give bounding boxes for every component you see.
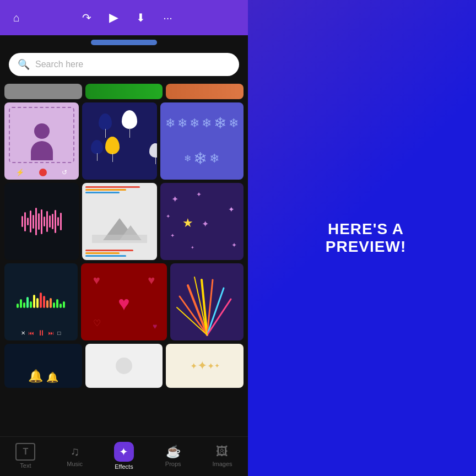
snowflake-3: ❄ — [190, 116, 199, 131]
home-icon[interactable]: ⌂ — [13, 12, 20, 24]
mountain-svg — [92, 210, 147, 243]
nav-item-text[interactable]: T Text — [15, 443, 35, 469]
sparkle-1: ✦ — [190, 361, 197, 371]
search-icon: 🔍 — [18, 58, 30, 71]
grid-cell-snowflakes[interactable]: ❄ ❄ ❄ ❄ ❄ ❄ ❄ ❄ ❄ — [160, 102, 244, 180]
grid-row-4: 🔔 🔔 ✦ ✦ ✦ ✦ — [4, 344, 244, 388]
grid-cell-soundwave[interactable] — [4, 183, 79, 260]
star-5: ✦ — [202, 219, 209, 229]
grid-cell-light[interactable] — [85, 344, 163, 388]
effects-nav-icon-box: ✦ — [114, 442, 134, 462]
star-6: ✦ — [170, 232, 175, 239]
search-placeholder: Search here — [35, 60, 83, 69]
star-1: ✦ — [171, 194, 178, 204]
grid-cell-fireworks[interactable] — [170, 263, 244, 340]
lightning-icon: ⚡ — [16, 169, 24, 176]
search-container: 🔍 Search here — [0, 47, 248, 82]
grid-cell-hearts[interactable]: ♥ ♥ ♥ ♡ ♥ — [81, 263, 167, 340]
grid-cell-dark-bells[interactable]: 🔔 🔔 — [4, 344, 82, 388]
star-2: ✦ — [196, 191, 202, 198]
phone-container: ⌂ ↷ ▶ ⬇ ··· 🔍 Search here — [0, 0, 248, 476]
sparkle-2: ✦ — [197, 359, 207, 373]
svg-rect-3 — [92, 235, 147, 243]
text-nav-icon: T — [15, 443, 35, 461]
grid-cell-stars[interactable]: ✦ ✦ ✦ ✦ ★ ✦ ✦ ✦ ✦ — [160, 183, 244, 260]
images-nav-icon: 🖼 — [216, 445, 228, 459]
player-controls: ✕ ⏮ ⏸ ⏭ □ — [21, 328, 61, 337]
grid-cell-music-player[interactable]: ✕ ⏮ ⏸ ⏭ □ — [4, 263, 78, 340]
x-icon: ✕ — [21, 330, 25, 336]
nav-item-music[interactable]: ♫ Music — [67, 445, 83, 467]
vol-icon: □ — [57, 330, 61, 336]
download-icon[interactable]: ⬇ — [136, 11, 145, 24]
refresh-icon: ↺ — [62, 169, 67, 176]
pause-icon: ⏸ — [37, 328, 45, 337]
heart-3: ♥ — [118, 292, 129, 315]
star-8: ✦ — [191, 245, 194, 250]
prev-icon: ⏮ — [29, 330, 34, 336]
notch-area — [0, 35, 248, 47]
grid-row-2: ✦ ✦ ✦ ✦ ★ ✦ ✦ ✦ ✦ — [4, 183, 244, 260]
snowflake-4: ❄ — [202, 116, 212, 131]
star-yellow: ★ — [182, 216, 193, 230]
props-nav-icon: ☕ — [166, 445, 181, 459]
light-circle — [116, 358, 132, 374]
grid-cell-balloons[interactable] — [82, 102, 156, 180]
effects-nav-icon: ✦ — [119, 445, 128, 458]
bell-1: 🔔 — [28, 369, 43, 383]
nav-label-music: Music — [67, 461, 83, 467]
music-nav-icon: ♫ — [70, 445, 79, 459]
more-icon[interactable]: ··· — [163, 12, 172, 24]
fireworks-svg — [171, 263, 243, 340]
sparkle-4: ✦ — [214, 362, 220, 370]
grid-row-1: ⚡ ↺ — [4, 102, 244, 180]
snowflake-6: ❄ — [229, 116, 239, 131]
music-bars — [17, 293, 65, 308]
preview-text: HERE'S A PREVIEW! — [289, 220, 443, 256]
grid-cell-purple-person[interactable]: ⚡ ↺ — [4, 102, 79, 180]
nav-label-text: Text — [20, 462, 31, 469]
heart-2: ♥ — [148, 273, 155, 288]
bottom-lines — [85, 250, 153, 257]
heart-4: ♡ — [93, 318, 101, 328]
nav-label-props: Props — [165, 461, 181, 467]
grid-row-3: ✕ ⏮ ⏸ ⏭ □ ♥ ♥ ♥ ♡ ♥ — [4, 263, 244, 340]
nav-label-effects: Effects — [115, 463, 133, 470]
snowflake-1: ❄ — [165, 116, 175, 131]
partial-row — [4, 84, 244, 99]
snowflake-2: ❄ — [177, 116, 187, 131]
next-icon: ⏭ — [48, 330, 54, 336]
play-icon[interactable]: ▶ — [109, 10, 118, 25]
star-4: ✦ — [228, 205, 235, 214]
snowflake-8: ❄ — [193, 149, 207, 168]
grid-cell-landscape[interactable] — [82, 183, 156, 260]
nav-label-images: Images — [212, 461, 232, 467]
cell-controls: ⚡ ↺ — [4, 169, 79, 176]
nav-item-props[interactable]: ☕ Props — [165, 445, 181, 467]
grid-cell-partial-3[interactable] — [166, 84, 244, 99]
star-7: ✦ — [231, 241, 237, 249]
soundwave-bars — [21, 208, 62, 235]
effects-grid: ⚡ ↺ — [0, 82, 248, 436]
star-3: ✦ — [166, 213, 170, 219]
heart-5: ♥ — [153, 322, 157, 331]
redo-icon[interactable]: ↷ — [82, 11, 91, 24]
snowflake-7: ❄ — [184, 153, 191, 164]
toolbar: ⌂ ↷ ▶ ⬇ ··· — [0, 0, 248, 35]
snowflake-5: ❄ — [214, 114, 226, 132]
landscape-lines — [82, 186, 156, 194]
bell-2: 🔔 — [46, 371, 58, 383]
search-bar[interactable]: 🔍 Search here — [9, 53, 239, 76]
nav-item-effects[interactable]: ✦ Effects — [114, 442, 134, 470]
grid-cell-partial-1[interactable] — [4, 84, 82, 99]
bottom-nav: T Text ♫ Music ✦ Effects ☕ Props 🖼 Image… — [0, 436, 248, 476]
snowflake-9: ❄ — [209, 152, 219, 166]
nav-item-images[interactable]: 🖼 Images — [212, 445, 232, 467]
grid-cell-partial-2[interactable] — [85, 84, 163, 99]
record-dot — [39, 169, 47, 176]
heart-1: ♥ — [93, 273, 100, 288]
notch-bar — [91, 40, 157, 45]
sparkle-3: ✦ — [207, 361, 214, 371]
grid-cell-sparkles[interactable]: ✦ ✦ ✦ ✦ — [166, 344, 244, 388]
